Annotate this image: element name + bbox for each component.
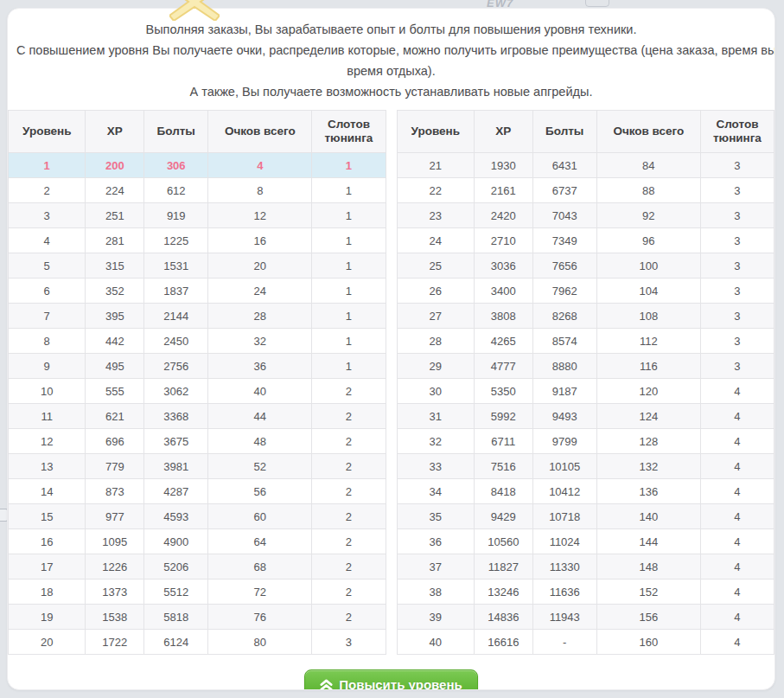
cell: 1 [312, 153, 386, 178]
table-row: 222461281 [9, 178, 386, 203]
cell: 1 [312, 228, 386, 253]
table-row: 3610560110241444 [397, 529, 774, 554]
cell: 31 [397, 404, 474, 429]
cell: 4 [700, 379, 774, 404]
cell: 7962 [532, 279, 596, 304]
cell: 6737 [532, 178, 596, 203]
table-row: 73952144281 [9, 304, 386, 329]
cell: 156 [596, 605, 700, 630]
cell: 100 [596, 253, 700, 279]
cell: 6 [9, 279, 86, 304]
column-header: Слотов тюнинга [312, 111, 386, 153]
cell: 3 [700, 329, 774, 354]
levels-table-right: УровеньXPБолтыОчков всегоСлотов тюнинга … [397, 110, 775, 655]
cell: 1226 [86, 554, 144, 580]
table-row: 105553062402 [9, 379, 386, 404]
cell: 2420 [474, 203, 532, 228]
table-row: 31599294931244 [397, 404, 774, 429]
cell: 1 [312, 329, 386, 354]
cell: 3062 [144, 379, 208, 404]
column-header: Слотов тюнинга [700, 111, 774, 153]
intro-line: С повышением уровня Вы получаете очки, р… [16, 40, 766, 61]
cell: 25 [397, 253, 474, 279]
cell: 4 [700, 404, 774, 429]
cell: 8 [208, 178, 312, 203]
table-row: 2119306431843 [397, 153, 774, 178]
table-row: 3813246116361524 [397, 580, 774, 605]
cell: 32 [208, 329, 312, 354]
cell: 18 [9, 580, 86, 605]
cell: 2 [312, 379, 386, 404]
cell: 3400 [474, 279, 532, 304]
cell: 3368 [144, 404, 208, 429]
table-row: 84422450321 [9, 329, 386, 354]
cell: 23 [397, 203, 474, 228]
cell: 44 [208, 404, 312, 429]
cell: 16 [9, 529, 86, 554]
cell: 35 [397, 504, 474, 529]
cell: 4 [700, 605, 774, 630]
cell: 88 [596, 178, 700, 203]
cell: 12 [208, 203, 312, 228]
cell: 13 [9, 454, 86, 479]
cell: 4 [700, 529, 774, 554]
cell: 52 [208, 454, 312, 479]
cell: 120 [596, 379, 700, 404]
table-row: 25303676561003 [397, 253, 774, 279]
cell: 3 [312, 630, 386, 655]
cell: 3808 [474, 304, 532, 329]
cell: 16 [208, 228, 312, 253]
level-up-button[interactable]: Повысить уровень [304, 669, 477, 690]
cell: 104 [596, 279, 700, 304]
cell: 2 [312, 605, 386, 630]
table-row: 53151531201 [9, 253, 386, 279]
cell: 6431 [532, 153, 596, 178]
cell: 112 [596, 329, 700, 354]
table-row: 137793981522 [9, 454, 386, 479]
cell: 14836 [474, 605, 532, 630]
cell: 4287 [144, 479, 208, 504]
cell: 200 [86, 153, 144, 178]
cell: 16616 [474, 630, 532, 655]
cell: 224 [86, 178, 144, 203]
cell: 136 [596, 479, 700, 504]
cell: 4 [700, 504, 774, 529]
cell: 2 [312, 479, 386, 504]
cell: 8418 [474, 479, 532, 504]
cell: 4 [700, 454, 774, 479]
cell: 4 [700, 630, 774, 655]
cell: 555 [86, 379, 144, 404]
cell: 9493 [532, 404, 596, 429]
cell: 1 [312, 178, 386, 203]
cell: 48 [208, 429, 312, 454]
cell: 8 [9, 329, 86, 354]
table-row: 337516101051324 [397, 454, 774, 479]
cell: 17 [9, 554, 86, 580]
cell: 9187 [532, 379, 596, 404]
table-row: 120030641 [9, 153, 386, 178]
cell: 696 [86, 429, 144, 454]
cell: 9429 [474, 504, 532, 529]
yellow-cross-decoration [169, 0, 220, 21]
cell: 8574 [532, 329, 596, 354]
cell: 1 [9, 153, 86, 178]
table-row: 159774593602 [9, 504, 386, 529]
table-row: 359429107181404 [397, 504, 774, 529]
table-row: 63521837241 [9, 279, 386, 304]
table-row: 26340079621043 [397, 279, 774, 304]
cell: 39 [397, 605, 474, 630]
cell: 4 [208, 153, 312, 178]
cell: 21 [397, 153, 474, 178]
column-header: Очков всего [596, 111, 700, 153]
cell: 2 [312, 554, 386, 580]
cell: 621 [86, 404, 144, 429]
cell: 3 [700, 203, 774, 228]
table-row: 94952756361 [9, 354, 386, 379]
cell: 7516 [474, 454, 532, 479]
table-row: 2324207043923 [397, 203, 774, 228]
cell: - [532, 630, 596, 655]
cell: 4777 [474, 354, 532, 379]
cell: 19 [9, 605, 86, 630]
cell: 68 [208, 554, 312, 580]
cell: 395 [86, 304, 144, 329]
